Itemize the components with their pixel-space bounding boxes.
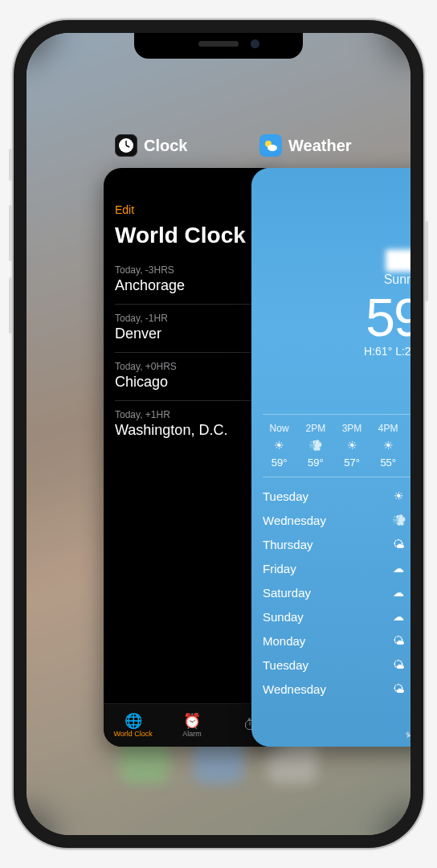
- day-name: Wednesday: [263, 682, 388, 696]
- sun-icon: ☀: [347, 439, 357, 452]
- weather-condition: Sunny: [263, 272, 410, 287]
- precip-chance: 60%: [409, 588, 410, 597]
- clock-icon: [115, 134, 137, 157]
- hour-temp: 57°: [344, 457, 360, 469]
- partly-cloudy-icon: 🌤: [388, 658, 409, 671]
- page-indicator[interactable]: ➤: [406, 731, 410, 735]
- day-row: Thursday 🌤: [263, 532, 410, 556]
- world-clock-row[interactable]: Today, -3HRS Anchorage 1: [115, 256, 271, 304]
- day-row: Friday ☁ 40%: [263, 556, 410, 580]
- world-clock-row[interactable]: Today, +1HR Washington, D.C.: [115, 400, 271, 448]
- cloud-icon: ☁: [388, 562, 409, 575]
- partly-cloudy-icon: 🌤: [388, 682, 409, 695]
- app-card-weather[interactable]: ████ Sunny 59° H:61° L:27° Now ☀ 59° 2PM…: [251, 168, 410, 747]
- weather-hourly[interactable]: Now ☀ 59° 2PM 💨 59° 3PM ☀ 57°: [263, 414, 410, 477]
- app-header-clock[interactable]: Clock: [115, 134, 187, 157]
- hour-temp: 55°: [380, 457, 396, 469]
- screen: Clock Weather Edit World Clock Today, -3…: [27, 33, 410, 835]
- hour-label: 4PM: [378, 423, 398, 434]
- day-name: Saturday: [263, 586, 388, 600]
- hour-slot: Now ☀ 59°: [263, 423, 296, 469]
- location-arrow-icon: ➤: [406, 731, 410, 735]
- partly-cloudy-icon: 🌤: [388, 634, 409, 647]
- day-row: Saturday ☁ 60%: [263, 580, 410, 604]
- svg-point-4: [268, 145, 277, 151]
- day-name: Sunday: [263, 610, 388, 624]
- precip-chance: 60%: [409, 612, 410, 621]
- day-row: Tuesday ☀: [263, 484, 410, 508]
- weather-temperature: 59°: [263, 287, 410, 348]
- day-name: Wednesday: [263, 514, 388, 527]
- alarm-icon: ⏰: [183, 714, 201, 728]
- city-offset: Today, -3HRS: [115, 264, 185, 276]
- weather-high-low: H:61° L:27°: [263, 345, 410, 358]
- day-row: Wednesday 💨: [263, 508, 410, 532]
- world-clock-row[interactable]: Today, +0HRS Chicago: [115, 352, 271, 400]
- volume-up-button: [9, 205, 12, 261]
- tab-label: Alarm: [182, 730, 202, 738]
- day-name: Friday: [263, 562, 388, 575]
- day-row: Tuesday 🌤: [263, 653, 410, 677]
- hour-temp: 59°: [272, 457, 288, 469]
- globe-icon: 🌐: [125, 714, 142, 728]
- day-name: Monday: [263, 634, 388, 648]
- day-row: Monday 🌤: [263, 628, 410, 653]
- city-offset: Today, +1HR: [115, 409, 227, 420]
- day-name: Tuesday: [263, 658, 388, 672]
- hour-slot: 2PM 💨 59°: [299, 423, 332, 469]
- sun-icon: ☀: [383, 439, 394, 452]
- city-offset: Today, +0HRS: [115, 361, 177, 372]
- hour-label: Now: [270, 423, 289, 434]
- tab-label: World Clock: [113, 730, 152, 738]
- edit-button[interactable]: Edit: [115, 203, 271, 216]
- city-name: Washington, D.C.: [115, 422, 227, 439]
- sun-icon: ☀: [274, 439, 284, 452]
- cloud-icon: ☁: [388, 586, 409, 599]
- cloud-icon: ☁: [388, 610, 409, 623]
- day-name: Thursday: [263, 538, 388, 551]
- day-row: Sunday ☁ 60%: [263, 604, 410, 628]
- phone-frame: Clock Weather Edit World Clock Today, -3…: [14, 20, 423, 848]
- hour-slot: 4:4 Su: [408, 423, 410, 469]
- wind-icon: 💨: [308, 439, 322, 452]
- wind-icon: 💨: [388, 514, 409, 526]
- city-offset: Today, -1HR: [115, 313, 168, 324]
- app-label-clock: Clock: [144, 137, 187, 155]
- city-name: Chicago: [115, 374, 177, 391]
- volume-down-button: [9, 277, 12, 334]
- hour-label: 3PM: [342, 423, 362, 434]
- partly-cloudy-icon: 🌤: [388, 538, 409, 551]
- city-name: Anchorage: [115, 277, 185, 294]
- app-label-weather: Weather: [288, 137, 352, 155]
- mute-switch: [9, 149, 12, 181]
- hour-slot: 3PM ☀ 57°: [335, 423, 368, 469]
- world-clock-row[interactable]: Today, -1HR Denver 1: [115, 304, 271, 352]
- tab-alarm[interactable]: ⏰ Alarm: [162, 704, 221, 747]
- app-switcher[interactable]: Clock Weather Edit World Clock Today, -3…: [27, 33, 410, 835]
- precip-chance: 40%: [409, 563, 410, 573]
- weather-daily[interactable]: Tuesday ☀ Wednesday 💨 Thursday 🌤: [263, 484, 410, 701]
- hour-temp: 59°: [308, 457, 324, 469]
- tab-world-clock[interactable]: 🌐 World Clock: [104, 704, 162, 747]
- world-clock-list: Today, -3HRS Anchorage 1 Today, -1HR Den…: [115, 256, 271, 448]
- day-name: Tuesday: [263, 489, 388, 503]
- page-title: World Clock: [115, 223, 271, 248]
- weather-icon: [259, 134, 282, 157]
- sun-icon: ☀: [388, 489, 409, 502]
- hour-slot: 4PM ☀ 55°: [372, 423, 405, 469]
- notch: [134, 33, 303, 59]
- weather-location: ████: [263, 250, 410, 271]
- day-row: Wednesday 🌤: [263, 677, 410, 701]
- app-header-weather[interactable]: Weather: [259, 134, 352, 157]
- city-name: Denver: [115, 326, 168, 342]
- hour-label: 2PM: [305, 423, 325, 434]
- side-button: [425, 221, 428, 301]
